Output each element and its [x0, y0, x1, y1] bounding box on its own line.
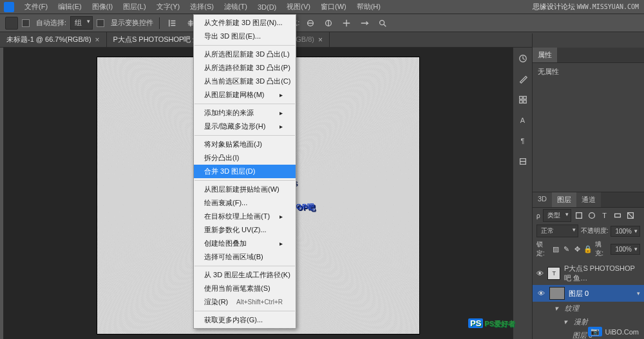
- menu-help[interactable]: 帮助(H): [352, 0, 386, 14]
- menu-item-3d[interactable]: 拆分凸出(I): [194, 151, 296, 165]
- menu-item-3d[interactable]: 选择可绘画区域(B): [194, 250, 296, 264]
- layer-thumbnail[interactable]: T: [547, 267, 560, 280]
- dropdown-3d-menu: 从文件新建 3D 图层(N)...导出 3D 图层(E)...从所选图层新建 3…: [193, 14, 296, 329]
- menu-item-3d[interactable]: 使用当前画笔素描(S): [194, 282, 296, 295]
- app-logo-icon: [4, 2, 14, 12]
- svg-rect-10: [519, 96, 522, 99]
- 3d-roll-icon[interactable]: [321, 16, 336, 30]
- show-transform-label: 显示变换控件: [111, 18, 153, 28]
- 3d-zoom-icon[interactable]: [375, 16, 390, 30]
- filter-type-icon[interactable]: T: [600, 210, 610, 221]
- auto-select-checkbox[interactable]: [22, 19, 30, 27]
- show-transform-checkbox[interactable]: [97, 19, 104, 27]
- 3d-pan-icon[interactable]: [339, 16, 354, 30]
- menu-window[interactable]: 窗口(W): [316, 0, 352, 14]
- filter-shape-icon[interactable]: [612, 210, 623, 221]
- close-icon[interactable]: ×: [318, 35, 323, 44]
- sublayer-name: 漫射: [574, 317, 588, 327]
- menu-item-3d[interactable]: 绘画衰减(F)...: [194, 196, 296, 210]
- tab-layers[interactable]: 图层: [552, 192, 576, 207]
- brush-icon[interactable]: [517, 73, 529, 85]
- menu-item-3d[interactable]: 获取更多内容(G)...: [194, 313, 296, 327]
- menu-item-3d[interactable]: 从 3D 图层生成工作路径(K): [194, 268, 296, 282]
- menu-item-3d[interactable]: 导出 3D 图层(E)...: [194, 30, 296, 43]
- menu-item-3d[interactable]: 重新参数化 UV(Z)...: [194, 223, 296, 237]
- history-icon[interactable]: [517, 53, 529, 64]
- layer-name[interactable]: P大点S PHOTOSHOP吧 鱼…: [564, 264, 640, 283]
- visibility-eye-icon[interactable]: 👁: [536, 270, 544, 277]
- filter-pixel-icon[interactable]: [574, 210, 584, 221]
- menu-view[interactable]: 视图(V): [281, 0, 316, 14]
- svg-point-15: [589, 213, 594, 219]
- align-left-icon[interactable]: [166, 16, 180, 30]
- menu-select[interactable]: 选择(S): [185, 0, 219, 14]
- menu-item-3d[interactable]: 创建绘图叠加: [194, 237, 296, 250]
- menu-layer[interactable]: 图层(L): [118, 0, 151, 14]
- separator: [159, 17, 160, 29]
- menu-item-3d[interactable]: 从图层新建网格(M): [194, 88, 296, 102]
- document-tab-label: 未标题-1 @ 66.7%(RGB/8): [6, 35, 91, 44]
- menu-item-3d[interactable]: 显示/隐藏多边形(H): [194, 120, 296, 133]
- collapsed-panel-strip: A ¶: [513, 48, 532, 339]
- svg-point-8: [380, 20, 384, 24]
- 3d-slide-icon[interactable]: [357, 16, 372, 30]
- menu-filter[interactable]: 滤镜(T): [219, 0, 252, 14]
- sublayer-name: 纹理: [565, 304, 579, 313]
- layers-panel: 3D 图层 通道 ρ 类型 T 正常 不透明度: 100% 锁定: ▨: [533, 192, 644, 339]
- current-tool-icon[interactable]: [5, 17, 18, 30]
- menu-item-3d[interactable]: 合并 3D 图层(D): [194, 165, 296, 178]
- blend-mode-dropdown[interactable]: 正常: [536, 224, 578, 237]
- styles-icon[interactable]: [517, 156, 529, 167]
- options-bar: 自动选择: 组 显示变换控件 3D 模式:: [0, 14, 644, 32]
- menu-item-3d[interactable]: 从文件新建 3D 图层(N)...: [194, 16, 296, 30]
- filter-smart-icon[interactable]: [625, 210, 636, 221]
- properties-tab[interactable]: 属性: [533, 48, 557, 62]
- opacity-label: 不透明度:: [581, 226, 609, 235]
- lock-pixels-icon[interactable]: ✎: [563, 244, 571, 253]
- menu-item-3d[interactable]: 将对象贴紧地面(J): [194, 138, 296, 151]
- svg-rect-12: [519, 100, 522, 103]
- tab-3d[interactable]: 3D: [533, 192, 552, 207]
- layer-thumbnail[interactable]: [549, 287, 565, 300]
- swatches-icon[interactable]: [517, 94, 529, 105]
- opacity-input[interactable]: 100%: [611, 226, 640, 237]
- close-icon[interactable]: ×: [95, 35, 100, 44]
- fill-input[interactable]: 100%: [611, 244, 640, 255]
- visibility-eye-icon[interactable]: 👁: [536, 289, 545, 297]
- menu-item-3d[interactable]: 渲染(R)Alt+Shift+Ctrl+R: [194, 295, 296, 309]
- 3d-orbit-icon[interactable]: [303, 16, 317, 30]
- layer-row[interactable]: 👁 T P大点S PHOTOSHOP吧 鱼…: [533, 262, 644, 285]
- layer-row[interactable]: 👁 图层 0 ▾: [533, 285, 644, 302]
- filter-adjust-icon[interactable]: [587, 210, 597, 221]
- menu-item-3d[interactable]: 从当前选区新建 3D 凸出(C): [194, 75, 296, 88]
- svg-rect-11: [523, 96, 526, 99]
- layer-name[interactable]: 图层 0: [569, 289, 589, 298]
- document-tab[interactable]: 未标题-1 @ 66.7%(RGB/8) ×: [0, 32, 107, 47]
- menu-item-3d[interactable]: 添加约束的来源: [194, 106, 296, 120]
- menu-item-3d[interactable]: 在目标纹理上绘画(T): [194, 210, 296, 223]
- auto-select-dropdown[interactable]: 组: [70, 16, 93, 30]
- lock-label: 锁定:: [536, 240, 549, 258]
- lock-all-icon[interactable]: 🔒: [583, 244, 592, 253]
- menu-image[interactable]: 图像(I): [87, 0, 118, 14]
- watermark-canvas: PSPS爱好者: [468, 317, 515, 329]
- layer-options-icon[interactable]: ▾: [637, 290, 640, 297]
- menu-item-3d[interactable]: 从图层新建拼贴绘画(W): [194, 183, 296, 196]
- character-icon[interactable]: A: [517, 115, 529, 126]
- paragraph-icon[interactable]: ¶: [517, 135, 529, 147]
- menu-file[interactable]: 文件(F): [19, 0, 53, 14]
- watermark-bottom: 📷UiBO.Com: [588, 327, 639, 336]
- properties-content: 无属性: [538, 68, 559, 75]
- menu-item-3d[interactable]: 从所选路径新建 3D 凸出(P): [194, 61, 296, 75]
- fill-label: 填充:: [595, 240, 608, 258]
- layer-kind-dropdown[interactable]: 类型: [543, 209, 571, 222]
- tab-channels[interactable]: 通道: [576, 192, 601, 207]
- watermark-top: 思缘设计论坛 WWW.MISSYUAN.COM: [533, 2, 639, 12]
- menu-edit[interactable]: 编辑(E): [53, 0, 87, 14]
- lock-transparent-icon[interactable]: ▨: [552, 244, 560, 253]
- menu-3d[interactable]: 3D(D): [252, 1, 281, 13]
- menu-type[interactable]: 文字(Y): [151, 0, 185, 14]
- menu-item-3d[interactable]: 从所选图层新建 3D 凸出(L): [194, 48, 296, 61]
- lock-position-icon[interactable]: ✥: [573, 244, 581, 253]
- layer-sublayer[interactable]: ▾纹理: [533, 302, 644, 315]
